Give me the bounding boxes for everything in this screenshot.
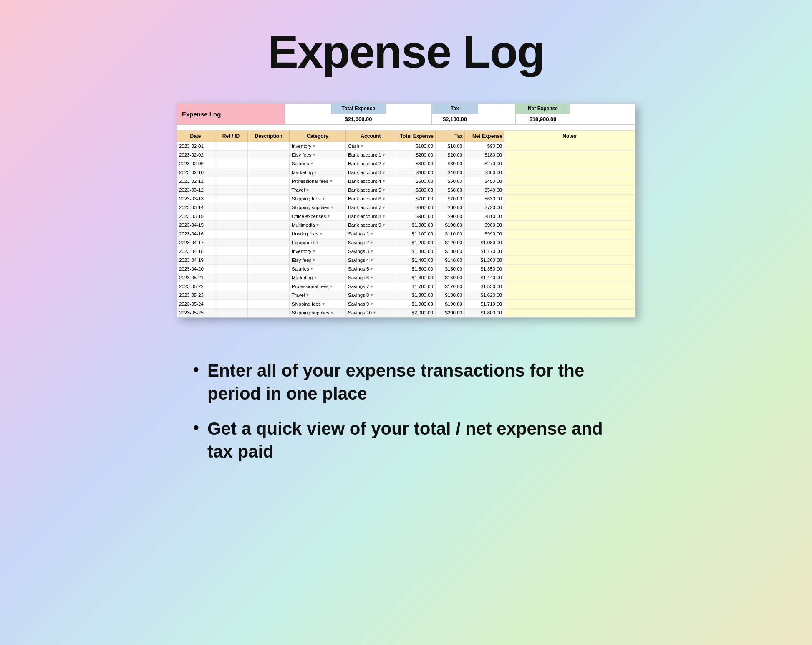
cell-ref bbox=[214, 195, 248, 203]
table-row: 2023-03-15 Office expenses ▼ Bank accoun… bbox=[177, 212, 635, 221]
cell-tax: $90.00 bbox=[436, 212, 465, 220]
cell-cat: Marketing ▼ bbox=[290, 273, 346, 282]
cell-desc bbox=[248, 238, 290, 247]
cell-date: 2023-03-12 bbox=[177, 186, 214, 194]
table-row: 2023-05-23 Travel ▼ Savings 8 ▼ $1,800.0… bbox=[177, 291, 635, 300]
cell-notes bbox=[504, 265, 635, 273]
col-cat: Category bbox=[290, 131, 346, 142]
cell-acc: Bank account 7 ▼ bbox=[346, 203, 396, 212]
cell-cat: Professional fees ▼ bbox=[290, 282, 346, 291]
cell-net: $180.00 bbox=[465, 151, 504, 159]
cell-tax: $70.00 bbox=[436, 195, 465, 203]
cell-tax: $120.00 bbox=[436, 238, 465, 247]
cell-cat: Etsy fees ▼ bbox=[290, 256, 346, 264]
cell-acc: Savings 2 ▼ bbox=[346, 238, 396, 247]
cell-notes bbox=[504, 230, 635, 238]
cell-notes bbox=[504, 195, 635, 203]
cell-tax: $110.00 bbox=[436, 230, 465, 238]
table-row: 2023-05-25 Shipping supplies ▼ Savings 1… bbox=[177, 309, 635, 317]
cell-acc: Bank account 3 ▼ bbox=[346, 168, 396, 177]
table-row: 2023-04-16 Hosting fees ▼ Savings 1 ▼ $1… bbox=[177, 230, 635, 238]
cell-ref bbox=[214, 142, 248, 150]
cell-tax: $10.00 bbox=[436, 142, 465, 150]
cell-ref bbox=[214, 221, 248, 229]
cell-total: $1,000.00 bbox=[396, 221, 436, 229]
cell-total: $900.00 bbox=[396, 212, 436, 220]
cell-total: $1,400.00 bbox=[396, 256, 436, 264]
cell-notes bbox=[504, 168, 635, 177]
cell-tax: $100.00 bbox=[436, 221, 465, 229]
col-acc: Account bbox=[346, 131, 396, 142]
cell-net: $540.00 bbox=[465, 186, 504, 194]
cell-tax: $150.00 bbox=[436, 265, 465, 273]
cell-desc bbox=[248, 168, 290, 177]
cell-desc bbox=[248, 203, 290, 212]
cell-notes bbox=[504, 256, 635, 264]
cell-cat: Shipping supplies ▼ bbox=[290, 309, 346, 317]
cell-total: $1,700.00 bbox=[396, 282, 436, 291]
table-row: 2023-05-21 Marketing ▼ Savings 6 ▼ $1,60… bbox=[177, 273, 635, 282]
cell-net: $900.00 bbox=[465, 221, 504, 229]
cell-date: 2023-05-23 bbox=[177, 291, 214, 299]
cell-net: $1,620.00 bbox=[465, 291, 504, 299]
cell-notes bbox=[504, 300, 635, 308]
cell-net: $1,170.00 bbox=[465, 247, 504, 255]
cell-acc: Savings 9 ▼ bbox=[346, 300, 396, 308]
cell-date: 2023-05-25 bbox=[177, 309, 214, 317]
cell-net: $720.00 bbox=[465, 203, 504, 212]
cell-date: 2023-04-18 bbox=[177, 247, 214, 255]
cell-date: 2023-03-14 bbox=[177, 203, 214, 212]
cell-tax: $180.00 bbox=[436, 291, 465, 299]
expense-log-label: Expense Log bbox=[177, 104, 285, 124]
cell-date: 2023-02-01 bbox=[177, 142, 214, 150]
cell-acc: Savings 6 ▼ bbox=[346, 273, 396, 282]
cell-tax: $40.00 bbox=[436, 168, 465, 177]
cell-notes bbox=[504, 273, 635, 282]
cell-acc: Savings 3 ▼ bbox=[346, 247, 396, 255]
cell-net: $1,080.00 bbox=[465, 238, 504, 247]
cell-acc: Savings 10 ▼ bbox=[346, 309, 396, 317]
cell-date: 2023-02-11 bbox=[177, 177, 214, 185]
table-row: 2023-03-12 Travel ▼ Bank account 5 ▼ $60… bbox=[177, 186, 635, 195]
cell-total: $800.00 bbox=[396, 203, 436, 212]
cell-tax: $60.00 bbox=[436, 186, 465, 194]
page-title: Expense Log bbox=[268, 25, 545, 78]
table-row: 2023-02-11 Professional fees ▼ Bank acco… bbox=[177, 177, 635, 186]
table-row: 2023-05-22 Professional fees ▼ Savings 7… bbox=[177, 282, 635, 291]
cell-net: $1,350.00 bbox=[465, 265, 504, 273]
cell-acc: Cash ▼ bbox=[346, 142, 396, 150]
cell-tax: $20.00 bbox=[436, 151, 465, 159]
table-row: 2023-05-24 Shipping fees ▼ Savings 9 ▼ $… bbox=[177, 300, 635, 309]
cell-total: $1,300.00 bbox=[396, 247, 436, 255]
total-expense-header: Total Expense bbox=[331, 104, 386, 114]
cell-desc bbox=[248, 195, 290, 203]
col-tax: Tax bbox=[436, 131, 465, 142]
cell-desc bbox=[248, 291, 290, 299]
cell-date: 2023-04-16 bbox=[177, 230, 214, 238]
cell-date: 2023-03-13 bbox=[177, 195, 214, 203]
col-net: Net Expense bbox=[465, 131, 504, 142]
cell-cat: Travel ▼ bbox=[290, 186, 346, 194]
cell-notes bbox=[504, 142, 635, 150]
cell-tax: $80.00 bbox=[436, 203, 465, 212]
cell-date: 2023-03-15 bbox=[177, 212, 214, 220]
cell-cat: Shipping supplies ▼ bbox=[290, 203, 346, 212]
cell-notes bbox=[504, 309, 635, 317]
col-date: Date bbox=[177, 131, 214, 142]
cell-date: 2023-04-15 bbox=[177, 221, 214, 229]
cell-acc: Bank account 1 ▼ bbox=[346, 151, 396, 159]
cell-cat: Inventory ▼ bbox=[290, 247, 346, 255]
cell-acc: Bank account 4 ▼ bbox=[346, 177, 396, 185]
cell-desc bbox=[248, 265, 290, 273]
cell-ref bbox=[214, 282, 248, 291]
cell-ref bbox=[214, 186, 248, 194]
table-row: 2023-02-01 Inventory ▼ Cash ▼ $100.00 $1… bbox=[177, 142, 635, 151]
cell-net: $1,530.00 bbox=[465, 282, 504, 291]
cell-acc: Savings 5 ▼ bbox=[346, 265, 396, 273]
cell-tax: $160.00 bbox=[436, 273, 465, 282]
cell-total: $1,600.00 bbox=[396, 273, 436, 282]
cell-desc bbox=[248, 142, 290, 150]
cell-notes bbox=[504, 291, 635, 299]
cell-total: $1,500.00 bbox=[396, 265, 436, 273]
cell-notes bbox=[504, 212, 635, 220]
